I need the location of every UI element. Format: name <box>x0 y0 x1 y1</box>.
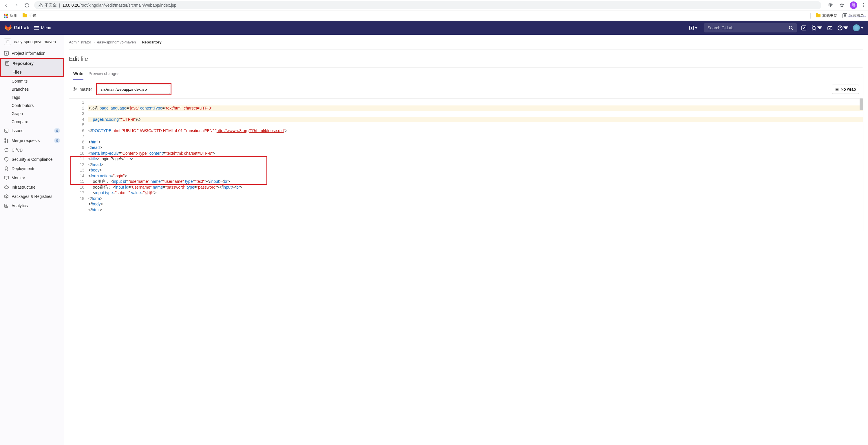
svg-rect-17 <box>5 129 8 132</box>
profile-avatar[interactable]: 璎 <box>850 1 857 9</box>
gitlab-menu-button[interactable]: Menu <box>34 26 51 30</box>
issues-icon <box>4 128 9 133</box>
user-avatar-icon <box>853 24 860 31</box>
create-new-button[interactable] <box>688 25 700 31</box>
no-wrap-button[interactable]: No wrap <box>832 85 859 94</box>
sidebar-sub-contributors[interactable]: Contributors <box>0 101 64 110</box>
project-avatar: E <box>4 38 11 45</box>
help-icon[interactable] <box>838 26 848 30</box>
sidebar-item-packages[interactable]: Packages & Registries <box>0 192 64 201</box>
sidebar-item-issues[interactable]: Issues 0 <box>0 126 64 136</box>
search-input[interactable] <box>708 26 788 30</box>
svg-rect-22 <box>4 176 8 179</box>
project-header[interactable]: E easy-springmvc-maven <box>0 35 64 49</box>
sidebar-item-infrastructure[interactable]: Infrastructure <box>0 182 64 192</box>
sidebar-item-cicd[interactable]: CI/CD <box>0 145 64 155</box>
tab-preview[interactable]: Preview changes <box>89 68 120 80</box>
svg-point-10 <box>812 29 813 30</box>
main-content: Administrator › easy-springmvc-maven › R… <box>64 35 868 445</box>
sidebar-item-repository[interactable]: Repository <box>1 59 63 68</box>
url-host: 10.0.0.20/root/xingdian/-/edit/master/sr… <box>63 3 176 7</box>
wrap-icon <box>835 87 839 91</box>
sidebar: E easy-springmvc-maven Project informati… <box>0 35 64 445</box>
branch-icon <box>73 87 77 91</box>
svg-rect-5 <box>34 29 39 30</box>
svg-rect-4 <box>34 28 39 28</box>
sidebar-sub-tags[interactable]: Tags <box>0 93 64 101</box>
todos-icon[interactable] <box>828 26 832 30</box>
sidebar-sub-commits[interactable]: Commits <box>0 77 64 85</box>
editor-scrollbar[interactable] <box>860 98 863 110</box>
shield-icon <box>4 157 9 162</box>
gitlab-search[interactable] <box>704 23 797 32</box>
apps-shortcut[interactable]: 应用 <box>4 13 18 18</box>
monitor-icon <box>4 176 9 180</box>
repository-icon <box>5 61 9 66</box>
bookmark-folder-qianfeng[interactable]: 千锋 <box>23 13 36 18</box>
sidebar-item-deployments[interactable]: Deployments <box>0 164 64 173</box>
svg-rect-2 <box>831 4 833 7</box>
file-path-input[interactable] <box>98 85 170 94</box>
plus-box-icon <box>689 26 694 30</box>
sidebar-item-monitor[interactable]: Monitor <box>0 173 64 182</box>
chart-icon <box>4 203 9 208</box>
crumb-admin[interactable]: Administrator <box>69 40 91 44</box>
sidebar-item-analytics[interactable]: Analytics <box>0 201 64 210</box>
hamburger-icon <box>34 26 39 30</box>
crumb-project[interactable]: easy-springmvc-maven <box>97 40 136 44</box>
translate-icon[interactable] <box>828 2 834 8</box>
address-bar[interactable]: 不安全 | 10.0.0.20/root/xingdian/-/edit/mas… <box>34 1 822 9</box>
merge-requests-icon <box>4 138 9 143</box>
browser-reload-button[interactable] <box>24 2 30 8</box>
svg-rect-12 <box>828 26 832 30</box>
user-menu[interactable]: Administrator <box>853 24 863 31</box>
other-bookmarks[interactable]: 其他书签 <box>816 13 837 18</box>
gitlab-logo[interactable]: GitLab <box>5 24 30 31</box>
crumb-repository[interactable]: Repository <box>142 40 162 44</box>
svg-point-0 <box>41 6 41 6</box>
sidebar-item-merge-requests[interactable]: Merge requests 0 <box>0 136 64 145</box>
merge-requests-shortcut-icon[interactable] <box>811 26 822 30</box>
chevron-down-icon <box>695 27 698 29</box>
folder-icon <box>816 14 820 18</box>
sidebar-sub-branches[interactable]: Branches <box>0 85 64 93</box>
svg-point-21 <box>7 141 8 143</box>
code-lines[interactable]: <%@ page language="java" contentType="te… <box>87 98 863 231</box>
insecure-label: 不安全 <box>44 3 57 8</box>
tab-write[interactable]: Write <box>73 68 84 80</box>
issues-shortcut-icon[interactable] <box>801 26 806 30</box>
insecure-warning: 不安全 <box>38 3 57 8</box>
svg-point-23 <box>74 88 75 89</box>
reading-list-icon <box>842 13 847 18</box>
sidebar-sub-files[interactable]: Files <box>1 68 63 76</box>
page-title: Edit file <box>69 56 863 62</box>
browser-forward-button[interactable] <box>13 2 20 8</box>
browser-menu-button[interactable] <box>862 2 865 8</box>
chevron-down-icon <box>861 27 863 29</box>
code-editor[interactable]: 123456789101112131415161718 <%@ page lan… <box>69 98 863 231</box>
cicd-icon <box>4 148 9 152</box>
editor-panel: Write Preview changes master No wrap <box>69 67 863 231</box>
sidebar-sub-graph[interactable]: Graph <box>0 110 64 118</box>
line-gutter: 123456789101112131415161718 <box>69 98 87 231</box>
issues-count-badge: 0 <box>54 128 60 133</box>
browser-back-button[interactable] <box>3 2 9 8</box>
search-icon <box>788 26 793 30</box>
svg-point-24 <box>74 90 75 91</box>
package-icon <box>4 194 9 199</box>
browser-chrome: 不安全 | 10.0.0.20/root/xingdian/-/edit/mas… <box>0 0 868 10</box>
cloud-icon <box>4 185 9 189</box>
sidebar-item-security[interactable]: Security & Compliance <box>0 155 64 164</box>
branch-name: master <box>80 87 92 92</box>
bookmark-star-icon[interactable] <box>839 2 845 8</box>
project-name: easy-springmvc-maven <box>14 39 56 44</box>
svg-point-7 <box>789 26 792 29</box>
sidebar-sub-compare[interactable]: Compare <box>0 118 64 126</box>
folder-icon <box>23 14 27 18</box>
info-icon <box>4 51 9 56</box>
svg-rect-3 <box>34 26 39 27</box>
gitlab-icon <box>5 24 11 31</box>
sidebar-item-project-info[interactable]: Project information <box>0 49 64 58</box>
bookmarks-bar: 应用 千锋 其他书签 阅读清单 <box>0 10 868 21</box>
user-name-label: Administrator <box>848 14 867 18</box>
